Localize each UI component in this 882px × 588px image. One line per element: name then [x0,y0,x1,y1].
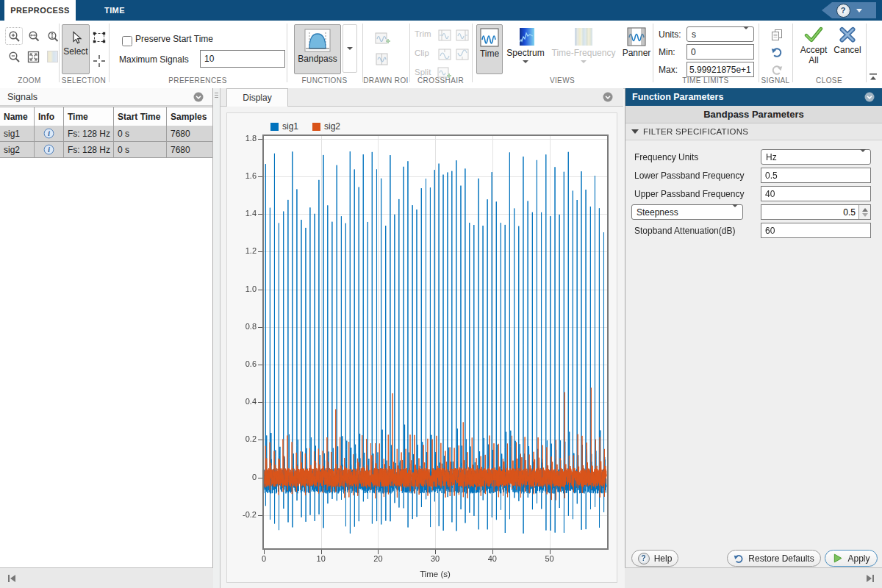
frequency-units-dropdown[interactable]: Hz [761,149,871,165]
clip-top-button[interactable] [437,46,453,62]
trim-left-icon [438,29,451,41]
trim-right-icon [456,29,469,41]
zoom-out-button[interactable] [6,49,22,65]
tab-preprocess[interactable]: PREPROCESS [4,0,76,21]
cancel-x-icon [839,26,856,43]
units-dropdown[interactable]: s [686,26,754,42]
chevron-circle-icon [603,92,613,102]
zoom-in-button[interactable] [6,28,22,44]
functions-gallery-dropdown[interactable] [343,24,357,73]
remove-roi-button[interactable] [375,51,391,68]
trim-left-button[interactable] [437,27,453,43]
bandpass-icon [304,29,331,52]
cell-name: sig1 [0,126,35,141]
collapse-up-icon [869,73,878,81]
cursor-icon [70,31,82,45]
bandpass-button[interactable]: Bandpass [294,24,341,74]
steepness-stepper[interactable] [858,205,870,219]
split-button[interactable] [437,65,453,81]
units-value: s [687,29,743,40]
stopband-input[interactable] [761,223,871,238]
point-select-button[interactable] [91,53,107,69]
info-icon[interactable]: i [43,144,54,155]
lower-passband-input[interactable] [761,168,871,183]
info-icon[interactable]: i [43,128,54,139]
apply-button[interactable]: Apply [825,550,878,567]
chevron-circle-icon [864,92,875,102]
cell-start-time: 0 s [114,142,167,157]
col-name[interactable]: Name [0,107,35,126]
table-row[interactable]: sig2 i Fs: 128 Hz 0 s 7680 [0,142,212,158]
signals-collapse-button[interactable] [193,92,204,104]
accept-all-button[interactable]: Accept All [797,25,831,74]
chevron-circle-icon [193,92,204,102]
clip-top-icon [438,49,451,60]
minimize-ribbon-button[interactable] [867,71,879,82]
plot-axes[interactable] [262,135,609,550]
help-menu-button[interactable]: ? [822,2,876,18]
panel-splitter[interactable] [213,88,220,588]
frequency-units-label: Frequency Units [634,152,698,162]
panner-strip-button[interactable] [44,49,60,65]
preserve-start-time-checkbox[interactable] [122,36,132,46]
restore-defaults-button[interactable]: Restore Defaults [727,550,821,567]
zoom-in-x-icon [27,30,40,43]
svg-text:i: i [48,130,50,137]
fit-to-view-button[interactable] [25,49,41,65]
filter-specifications-section[interactable]: FILTER SPECIFICATIONS [625,123,882,140]
display-collapse-button[interactable] [603,92,613,104]
bandpass-button-label: Bandpass [298,54,337,64]
zoom-in-icon [8,30,21,43]
cancel-button[interactable]: Cancel [832,25,863,74]
spectrum-view-button[interactable]: Spectrum [504,24,547,73]
signal-plot-canvas[interactable] [264,136,607,548]
function-parameters-panel: Function Parameters Bandpass Parameters … [625,88,882,588]
section-label-close: CLOSE [792,76,866,86]
legend-item-sig2[interactable]: sig2 [312,121,340,132]
upper-passband-input[interactable] [761,186,871,201]
clip-label: Clip [415,49,429,57]
col-start-time[interactable]: Start Time [114,107,167,126]
duplicate-signal-button[interactable] [769,26,785,43]
zoom-in-x-button[interactable] [25,28,41,44]
select-button-label: Select [63,46,87,57]
col-time[interactable]: Time [64,107,114,126]
steepness-value-input[interactable] [761,205,858,219]
tab-display[interactable]: Display [226,88,288,107]
redo-button[interactable] [769,62,785,78]
legend-item-sig1[interactable]: sig1 [270,121,298,132]
steepness-dropdown[interactable]: Steepness [631,204,743,220]
stopband-label: Stopband Attenuation(dB) [634,226,735,236]
clip-bottom-button[interactable] [454,46,470,62]
time-frequency-view-button[interactable]: Time-Frequency [550,24,617,73]
legend-label-sig1: sig1 [282,121,298,132]
col-samples[interactable]: Samples [167,107,212,126]
fp-collapse-button[interactable] [864,92,875,104]
legend-swatch-sig1 [270,123,279,131]
section-label-views: VIEWS [472,76,653,86]
zoom-in-y-button[interactable] [44,28,60,44]
help-button[interactable]: ? Help [631,550,678,567]
collapse-left-button[interactable] [6,573,18,587]
undo-icon [771,46,783,58]
signal-analyzer-window: PREPROCESS TIME ? ZOOM SELECTION PREFERE… [0,0,882,588]
extract-roi-button[interactable] [375,31,391,47]
undo-button[interactable] [769,44,785,60]
legend-swatch-sig2 [312,123,320,131]
panner-view-button[interactable]: Panner [621,24,652,73]
rectangle-select-button[interactable] [91,29,107,46]
select-button[interactable]: Select [62,24,90,74]
table-row[interactable]: sig1 i Fs: 128 Hz 0 s 7680 [0,126,212,142]
min-input[interactable] [686,44,754,60]
filter-specifications-label: FILTER SPECIFICATIONS [643,127,748,136]
trim-label: Trim [415,29,431,38]
expand-right-button[interactable] [864,573,876,587]
time-view-button[interactable]: Time [476,24,503,74]
apply-button-label: Apply [847,553,870,564]
trim-right-button[interactable] [454,27,470,43]
col-info[interactable]: Info [35,107,64,126]
maximum-signals-input[interactable] [200,50,285,68]
zoom-out-icon [8,51,21,63]
max-input[interactable] [686,62,754,77]
tab-time[interactable]: TIME [76,0,154,21]
